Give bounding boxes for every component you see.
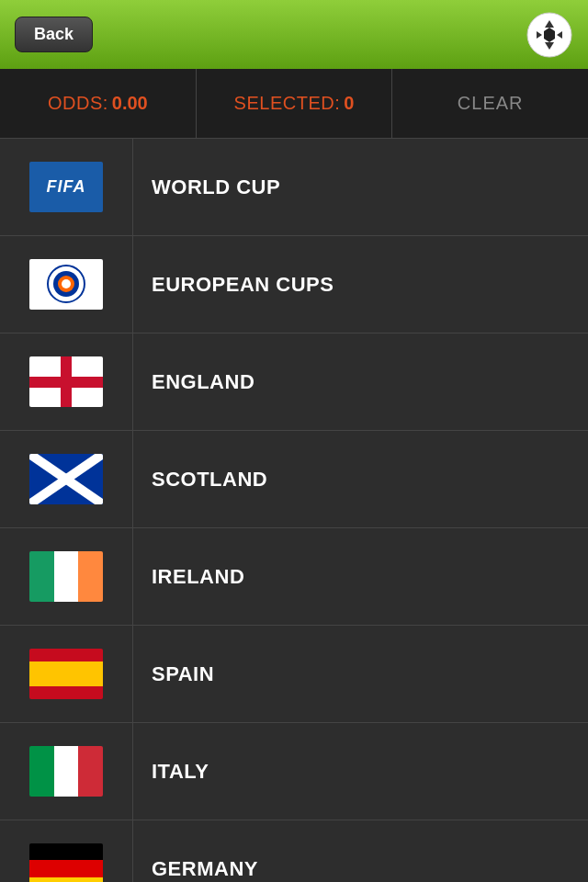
item-label: ENGLAND	[133, 370, 254, 394]
list-item[interactable]: SCOTLAND	[0, 431, 588, 528]
list-item[interactable]: ITALY	[0, 723, 588, 820]
scotland-flag-icon	[29, 454, 103, 504]
flag-container	[0, 723, 133, 820]
england-flag-icon	[29, 356, 103, 407]
stats-bar: ODDS: 0.00 SELECTED: 0 CLEAR	[0, 69, 588, 139]
item-label: GERMANY	[133, 857, 258, 881]
ireland-flag-icon	[29, 551, 103, 602]
odds-segment: ODDS: 0.00	[0, 69, 197, 138]
selected-label: SELECTED:	[234, 93, 341, 114]
item-label: ITALY	[133, 760, 209, 784]
flag-container	[0, 528, 133, 626]
svg-point-9	[62, 279, 71, 288]
competition-list: FIFA WORLD CUP EUROPEAN CUPS ENGLAND	[0, 139, 588, 882]
spain-flag-icon	[29, 649, 103, 699]
list-item[interactable]: GERMANY	[0, 820, 588, 882]
flag-container	[0, 431, 133, 528]
list-item[interactable]: FIFA WORLD CUP	[0, 139, 588, 236]
flag-container	[0, 820, 133, 883]
item-label: WORLD CUP	[133, 175, 280, 199]
flag-container	[0, 236, 133, 334]
item-label: SCOTLAND	[133, 468, 267, 492]
header: Back	[0, 0, 588, 69]
flag-container: FIFA	[0, 139, 133, 236]
selected-value: 0	[344, 93, 354, 114]
item-label: SPAIN	[133, 662, 214, 686]
list-item[interactable]: SPAIN	[0, 626, 588, 723]
uefa-flag-icon	[29, 259, 103, 310]
fifa-flag-icon: FIFA	[29, 162, 103, 212]
list-item[interactable]: EUROPEAN CUPS	[0, 236, 588, 334]
soccer-ball-icon	[526, 11, 573, 59]
odds-label: ODDS:	[48, 93, 108, 114]
germany-flag-icon	[29, 843, 103, 882]
clear-segment[interactable]: CLEAR	[392, 69, 588, 138]
item-label: EUROPEAN CUPS	[133, 273, 334, 297]
flag-container	[0, 626, 133, 723]
italy-flag-icon	[29, 746, 103, 797]
item-label: IRELAND	[133, 565, 244, 589]
flag-container	[0, 334, 133, 431]
clear-label[interactable]: CLEAR	[458, 93, 524, 114]
odds-value: 0.00	[112, 93, 148, 114]
list-item[interactable]: ENGLAND	[0, 334, 588, 431]
selected-segment: SELECTED: 0	[197, 69, 393, 138]
back-button[interactable]: Back	[15, 17, 93, 52]
list-item[interactable]: IRELAND	[0, 528, 588, 626]
